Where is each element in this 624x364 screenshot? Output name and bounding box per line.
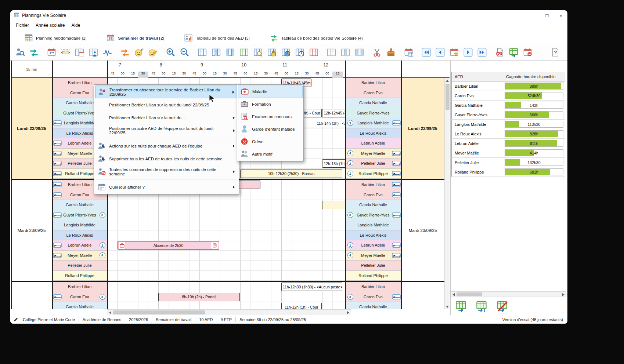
- panel-horizontal-scrollbar[interactable]: [451, 291, 566, 296]
- staff-name-cell[interactable]: Guyot Pierre-Yves: [345, 108, 401, 119]
- staff-name-cell[interactable]: Le Roux Alexis: [52, 230, 107, 241]
- submenu-item-2[interactable]: Examen ou concours: [238, 110, 303, 123]
- panel-scroll-left-button[interactable]: [451, 292, 456, 297]
- nav-prev-icon[interactable]: [434, 46, 446, 58]
- staff-name-cell[interactable]: Garcia Nathalie: [345, 98, 401, 108]
- service-block[interactable]: 11h-12h30 (1h30) - <Aucun poste>: [281, 283, 342, 291]
- staff-name-cell[interactable]: Le Roux Alexis: [345, 128, 401, 139]
- time-row[interactable]: [107, 271, 345, 281]
- staff-name-cell[interactable]: Pelletier Julie: [52, 261, 107, 271]
- nav-last-icon[interactable]: [476, 46, 488, 58]
- table-columns-icon[interactable]: [210, 46, 222, 58]
- zoom-in-icon[interactable]: [165, 46, 176, 58]
- calendar-sync-icon[interactable]: [46, 46, 57, 58]
- staff-name-cell[interactable]: Caron Eva: [345, 190, 401, 200]
- table-green-icon[interactable]: [238, 46, 250, 58]
- time-row[interactable]: 11h-12h30 (1h30) - <Aucun poste>: [107, 282, 345, 292]
- column-width-icon[interactable]: [59, 46, 71, 58]
- staff-name-cell[interactable]: 2Pelletier Julie: [345, 159, 401, 169]
- staff-name-cell[interactable]: Lebrun Adèle: [345, 138, 401, 149]
- table-search-icon[interactable]: [252, 46, 264, 58]
- menu-item-1[interactable]: Année scolaire: [32, 21, 68, 29]
- tab-2[interactable]: 23Semainier de travail [2]: [97, 32, 173, 44]
- time-row[interactable]: [107, 210, 345, 221]
- staff-name-cell[interactable]: 1Rolland Philippe: [345, 169, 401, 179]
- table-lock-icon[interactable]: [266, 46, 278, 58]
- staff-name-cell[interactable]: Pelletier Julie: [345, 261, 401, 271]
- staff-name-cell[interactable]: Caron Eva: [345, 88, 401, 98]
- submenu-item-1[interactable]: Formation: [238, 98, 303, 110]
- time-row[interactable]: 11h-12h (1h) - Cour: [107, 302, 345, 309]
- staff-name-cell[interactable]: Rolland Philippe: [52, 271, 107, 281]
- table-disabled-icon-1[interactable]: [325, 46, 337, 58]
- tab-1[interactable]: Planning hebdomadaire [1]: [15, 32, 95, 44]
- service-block[interactable]: 11h-12h (1h) - Cour: [281, 303, 322, 309]
- context-menu-item-0[interactable]: Transformer en absence tout le service d…: [95, 85, 238, 98]
- service-block[interactable]: 12h-12h45 (45mn): [322, 109, 345, 117]
- staff-name-cell[interactable]: Rolland Philippe: [345, 271, 401, 281]
- time-row[interactable]: [107, 251, 345, 261]
- staff-name-cell[interactable]: Barbier Lilian: [52, 282, 107, 292]
- export-pdf-icon[interactable]: PDF: [494, 46, 505, 58]
- staff-name-cell[interactable]: Lebrun Adèle1: [52, 240, 107, 251]
- submenu-item-0[interactable]: Maladie: [238, 85, 303, 98]
- scroll-up-button[interactable]: [445, 78, 450, 83]
- tab-3[interactable]: Tableau de bord des AED [3]: [175, 32, 258, 44]
- staff-name-cell[interactable]: Barbier Lilian: [345, 282, 401, 292]
- context-menu-item-3[interactable]: Positionner un autre AED de l'équipe sur…: [95, 124, 238, 137]
- sleep-face-icon[interactable]: zz: [133, 46, 145, 58]
- menu-item-2[interactable]: Aide: [68, 21, 83, 29]
- submenu-item-5[interactable]: Autre motif: [238, 148, 303, 160]
- submenu-item-3[interactable]: Garde d'enfant malade: [238, 123, 303, 135]
- table-disabled-icon-3[interactable]: [353, 46, 365, 58]
- staff-name-cell[interactable]: Langlois Mathilde: [345, 220, 401, 230]
- transfer-icon[interactable]: [28, 46, 40, 58]
- help-icon[interactable]: ?: [549, 46, 561, 58]
- vertical-scrollbar[interactable]: [444, 78, 450, 309]
- service-block[interactable]: 12h-13h (1h): [322, 159, 345, 168]
- staff-name-cell[interactable]: Guyot Pierre-Yves3: [52, 210, 107, 221]
- staff-name-cell[interactable]: 4Meyer Maëlle: [345, 149, 401, 159]
- staff-name-cell[interactable]: 1Lebrun Adèle: [345, 240, 401, 251]
- edit-face-icon[interactable]: [147, 46, 159, 58]
- context-menu-item-5[interactable]: Actions sur les nuits pour chaque AED de…: [95, 139, 238, 152]
- staff-name-cell[interactable]: Meyer Maëlle4: [52, 251, 107, 261]
- staff-name-cell[interactable]: Garcia Nathalie: [52, 200, 107, 210]
- zoom-out-icon[interactable]: [178, 46, 190, 58]
- staff-name-cell[interactable]: Garcia Nathalie: [345, 200, 401, 210]
- staff-name-cell[interactable]: 3Caron Eva: [345, 292, 401, 302]
- scroll-left-button[interactable]: [107, 310, 113, 315]
- staff-name-cell[interactable]: Le Roux Alexis: [345, 230, 401, 241]
- time-row[interactable]: [107, 220, 345, 230]
- tab-4[interactable]: Tableau de bord des postes Vie Scolaire …: [261, 32, 372, 44]
- context-menu-item-9[interactable]: Quel jour afficher ?: [95, 181, 238, 193]
- cut-icon[interactable]: [371, 46, 383, 58]
- maximize-button[interactable]: □: [546, 13, 549, 18]
- vertical-scroll-thumb[interactable]: [446, 84, 450, 110]
- context-menu-item-7[interactable]: Toutes les commandes de suppression des …: [95, 165, 238, 178]
- panel-scroll-thumb[interactable]: [457, 292, 482, 296]
- nav-next-icon[interactable]: [462, 46, 474, 58]
- service-block[interactable]: [322, 201, 345, 209]
- service-block[interactable]: Absence de 2h30: [118, 241, 219, 250]
- export-planning-button[interactable]: [454, 299, 468, 313]
- staff-name-cell[interactable]: Barbier Lilian: [345, 180, 401, 190]
- scroll-right-button[interactable]: [345, 310, 351, 315]
- close-button[interactable]: ×: [559, 13, 562, 18]
- menu-item-0[interactable]: Fichier: [12, 21, 32, 29]
- staff-name-cell[interactable]: Garcia Nathalie: [345, 302, 401, 309]
- stamp-icon[interactable]: [385, 46, 397, 58]
- submenu-item-4[interactable]: Grève: [238, 135, 303, 148]
- calendar-remove-icon[interactable]: [522, 46, 533, 58]
- export-week-button[interactable]: [474, 299, 489, 313]
- swap-icon[interactable]: [119, 46, 131, 58]
- time-row[interactable]: [107, 230, 345, 241]
- calendar-table-icon[interactable]: [403, 46, 414, 58]
- export-table-icon[interactable]: [508, 46, 519, 58]
- table-columns-alt-icon[interactable]: [224, 46, 236, 58]
- table-disabled-icon-2[interactable]: [339, 46, 351, 58]
- time-row[interactable]: 8h-10h (2h) - Portail: [107, 292, 345, 302]
- service-block[interactable]: 8h-10h (2h) - Portail: [158, 293, 240, 301]
- context-menu-item-2[interactable]: Positionner Barbier Lilian sur la nuit d…: [95, 111, 238, 124]
- context-menu-item-6[interactable]: Supprimer tous les AED de toutes les nui…: [95, 152, 238, 165]
